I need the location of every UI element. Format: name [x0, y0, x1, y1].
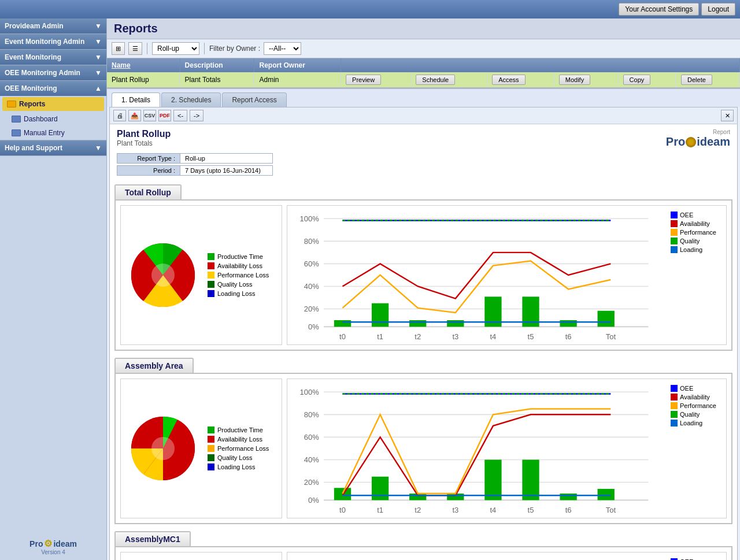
line-legend-item: Quality [671, 411, 723, 418]
legend-item: Quality Loss [208, 454, 269, 461]
next-button[interactable]: -> [190, 110, 204, 121]
param-period-row: Period : 7 Days (upto 16-Jun-2014) [117, 165, 730, 176]
section-assembly-mc1: AssemblyMC1 [114, 531, 732, 560]
grid-view-button[interactable]: ⊞ [112, 42, 125, 55]
cell-owner: Admin [254, 72, 341, 87]
export-button[interactable]: 📤 [128, 110, 141, 121]
line-legend-item: Quality [671, 238, 723, 244]
sidebar-header-provideam-admin[interactable]: Provideam Admin ▼ [0, 18, 106, 34]
report-main-title: Plant Rollup [117, 129, 171, 139]
legend-color [208, 445, 214, 452]
svg-rect-25 [447, 320, 464, 327]
main-layout: Provideam Admin ▼ Event Monitoring Admin… [0, 18, 740, 560]
legend-item: Availability Loss [208, 262, 269, 269]
access-button[interactable]: Access [492, 75, 525, 85]
line-legend-color [671, 238, 678, 244]
account-settings-button[interactable]: Your Account Settings [619, 3, 699, 16]
cell-modify: Modify [554, 72, 618, 87]
line-legend-item: OEE [671, 212, 723, 218]
chevron-down-icon: ▼ [95, 38, 102, 46]
svg-text:t5: t5 [528, 505, 534, 514]
line-legend-color [671, 394, 678, 400]
svg-rect-29 [598, 311, 615, 327]
col-name[interactable]: Name [107, 58, 180, 72]
line-legend-color [671, 411, 678, 418]
svg-text:t3: t3 [452, 332, 458, 341]
report-logo: Report Proideam [666, 129, 730, 149]
legend-label: Quality Loss [217, 281, 253, 288]
pdf-button[interactable]: PDF [158, 110, 171, 121]
cell-access: Access [487, 72, 554, 87]
legend-color [208, 253, 214, 260]
tab-details[interactable]: 1. Details [112, 92, 160, 107]
sidebar-section-oee-monitoring: OEE Monitoring ▲ Reports Dashboard Manua… [0, 81, 106, 140]
chevron-down-icon: ▼ [95, 69, 102, 77]
svg-rect-57 [522, 459, 539, 500]
print-button[interactable]: 🖨 [113, 110, 126, 121]
section-total-rollup: Total Rollup [114, 184, 732, 351]
prev-button[interactable]: <- [173, 110, 187, 121]
preview-button[interactable]: Preview [346, 75, 381, 85]
line-legend-item: OEE [671, 385, 723, 392]
sidebar-reports-label: Reports [19, 100, 45, 108]
sidebar-header-oee-monitoring[interactable]: OEE Monitoring ▲ [0, 81, 106, 96]
legend-item: Productive Time [208, 253, 269, 260]
sidebar-section-help-support: Help and Support ▼ [0, 140, 106, 156]
tab-report-access[interactable]: Report Access [222, 92, 286, 107]
folder-icon [12, 116, 21, 123]
svg-text:Tot: Tot [606, 332, 616, 341]
sidebar-header-help-support[interactable]: Help and Support ▼ [0, 140, 106, 155]
close-report-button[interactable]: ✕ [721, 110, 734, 121]
main-content: Reports ⊞ ☰ Roll-up Summary Detail Filte… [107, 18, 740, 560]
top-header: Your Account Settings Logout [0, 0, 740, 18]
sidebar-header-event-monitoring[interactable]: Event Monitoring ▼ [0, 50, 106, 65]
toolbar-separator [147, 43, 147, 54]
sidebar-item-reports[interactable]: Reports [2, 97, 104, 111]
gear-icon: ⚙ [44, 538, 52, 549]
svg-text:60%: 60% [304, 259, 319, 268]
legend-color [208, 454, 214, 461]
legend-label: Loading Loss [217, 290, 255, 297]
svg-text:t6: t6 [565, 505, 572, 514]
svg-text:t2: t2 [415, 505, 421, 514]
copy-button[interactable]: Copy [623, 75, 651, 85]
sidebar-dashboard-label: Dashboard [24, 115, 58, 123]
sidebar-event-monitoring-label: Event Monitoring [5, 53, 61, 61]
svg-point-31 [151, 437, 175, 460]
list-view-button[interactable]: ☰ [128, 42, 142, 55]
legend-color [208, 463, 214, 470]
filter-owner-select[interactable]: --All-- Admin [264, 42, 301, 55]
line-legend-color [671, 420, 678, 427]
schedule-button[interactable]: Schedule [416, 75, 455, 85]
svg-text:40%: 40% [304, 455, 319, 464]
pie-chart-svg [125, 238, 201, 313]
report-type-select[interactable]: Roll-up Summary Detail [152, 42, 199, 55]
sidebar-item-manual-entry[interactable]: Manual Entry [0, 126, 106, 140]
svg-rect-59 [598, 489, 615, 500]
sidebar-header-event-monitoring-admin[interactable]: Event Monitoring Admin ▼ [0, 34, 106, 49]
assembly-mc1-charts: Productive Time Availability Loss Perfor… [114, 546, 732, 560]
report-main-subtitle: Plant Totals [117, 139, 171, 147]
line-legend-color [671, 385, 678, 392]
line-legend-item: Performance [671, 229, 723, 236]
sidebar-item-dashboard[interactable]: Dashboard [0, 112, 106, 126]
svg-rect-56 [484, 459, 501, 500]
svg-rect-53 [372, 477, 388, 500]
line-legend-label: Loading [680, 420, 702, 427]
sidebar-section-event-monitoring-admin: Event Monitoring Admin ▼ [0, 34, 106, 50]
svg-rect-28 [560, 320, 576, 327]
modify-button[interactable]: Modify [559, 75, 590, 85]
tabs-bar: 1. Details 2. Schedules Report Access [107, 89, 740, 107]
detail-panel: 1. Details 2. Schedules Report Access 🖨 … [107, 88, 740, 560]
report-content-area: 🖨 📤 CSV PDF <- -> ✕ [109, 107, 738, 560]
param-period-value: 7 Days (upto 16-Jun-2014) [180, 165, 273, 176]
logout-button[interactable]: Logout [701, 3, 735, 16]
csv-button[interactable]: CSV [143, 110, 156, 121]
svg-text:20%: 20% [304, 478, 319, 487]
delete-button[interactable]: Delete [681, 75, 712, 85]
total-rollup-pie: Productive Time Availability Loss Perfor… [120, 205, 282, 345]
tab-schedules[interactable]: 2. Schedules [161, 92, 221, 107]
sidebar: Provideam Admin ▼ Event Monitoring Admin… [0, 18, 107, 560]
sidebar-header-oee-monitoring-admin[interactable]: OEE Monitoring Admin ▼ [0, 65, 106, 80]
svg-text:80%: 80% [304, 410, 319, 419]
